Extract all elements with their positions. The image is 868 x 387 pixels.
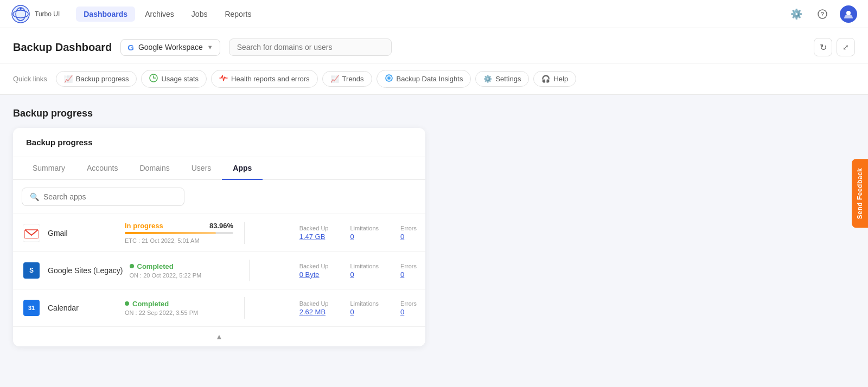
user-avatar[interactable] (840, 5, 857, 23)
backup-progress-card: Backup progress Summary Accounts Domains… (13, 128, 425, 346)
page-header: Backup Dashboard G Google Workspace ▼ ↻ … (0, 28, 868, 63)
apps-search-area: 🔍 (13, 180, 425, 214)
backup-data-insights-icon (385, 74, 393, 84)
svg-point-3 (20, 8, 22, 10)
calendar-date: ON : 22 Sep 2022, 3:55 PM (125, 309, 198, 316)
workspace-selector[interactable]: G Google Workspace ▼ (120, 39, 220, 56)
calendar-backed-up-value[interactable]: 2.62 MB (299, 308, 329, 316)
help-label: Help (553, 75, 568, 83)
calendar-limitations: Limitations 0 (350, 300, 379, 316)
nav-dashboards[interactable]: Dashboards (76, 7, 135, 22)
quick-links-bar: Quick links 📈 Backup progress Usage stat… (0, 63, 868, 95)
tab-users[interactable]: Users (181, 157, 222, 180)
page-title: Backup Dashboard (13, 41, 112, 54)
svg-text:?: ? (821, 11, 824, 17)
domain-search-input[interactable] (229, 38, 392, 56)
calendar-limitations-value[interactable]: 0 (350, 308, 379, 316)
refresh-button[interactable]: ↻ (814, 38, 832, 56)
backup-progress-icon: 📈 (64, 75, 73, 83)
calendar-errors: Errors 0 (400, 300, 417, 316)
help-icon: 🎧 (541, 75, 550, 83)
logo: Turbo UI (11, 4, 60, 24)
calendar-icon: 31 (22, 298, 41, 318)
logo-icon (11, 4, 30, 24)
health-reports-icon (219, 74, 228, 84)
gmail-progress-bar-fill (125, 232, 216, 234)
gmail-percent: 83.96% (209, 222, 233, 230)
card-header: Backup progress (13, 128, 425, 157)
usage-stats-icon (149, 74, 158, 84)
gmail-status-label: In progress (125, 222, 163, 230)
gmail-backed-up: Backed Up 1.47 GB (299, 225, 329, 241)
settings-icon: ⚙️ (483, 75, 492, 83)
google-sites-limitations-value[interactable]: 0 (350, 270, 379, 279)
nav-links: Dashboards Archives Jobs Reports (76, 7, 788, 22)
google-sites-backed-up-value[interactable]: 0 Byte (299, 270, 329, 279)
scroll-down-indicator[interactable]: ▲ (13, 326, 425, 346)
quick-link-help[interactable]: 🎧 Help (533, 71, 576, 87)
gmail-etc: ETC : 21 Oct 2022, 5:01 AM (125, 237, 233, 244)
backup-data-insights-label: Backup Data Insights (397, 75, 463, 83)
google-sites-limitations: Limitations 0 (350, 263, 379, 279)
nav-archives[interactable]: Archives (137, 7, 182, 22)
google-sites-status: Completed ON : 20 Oct 2022, 5:22 PM (130, 262, 238, 279)
backed-up-label: Backed Up (299, 225, 329, 231)
settings-label: Settings (495, 75, 521, 83)
help-button[interactable]: ? (814, 5, 831, 23)
tab-summary[interactable]: Summary (22, 157, 76, 180)
calendar-status: Completed ON : 22 Sep 2022, 3:55 PM (125, 300, 233, 317)
gmail-app-name: Gmail (48, 229, 118, 237)
google-sites-status-label: Completed (137, 262, 174, 270)
google-sites-errors: Errors 0 (400, 263, 417, 279)
header-actions: ↻ ⤢ (814, 38, 855, 56)
quick-link-backup-data-insights[interactable]: Backup Data Insights (376, 70, 471, 88)
card-title: Backup progress (26, 138, 93, 147)
divider (249, 260, 250, 281)
tab-accounts[interactable]: Accounts (76, 157, 129, 180)
nav-right-icons: ⚙️ ? (788, 5, 857, 23)
usage-stats-label: Usage stats (161, 75, 199, 83)
quick-link-usage-stats[interactable]: Usage stats (141, 70, 207, 88)
trends-label: Trends (342, 75, 364, 83)
quick-link-health-reports[interactable]: Health reports and errors (211, 70, 318, 88)
logo-text: Turbo UI (35, 10, 60, 18)
backed-up-label: Backed Up (299, 300, 329, 307)
tab-domains[interactable]: Domains (129, 157, 181, 180)
send-feedback-button[interactable]: Send Feedback (852, 159, 868, 228)
apps-search-input[interactable] (43, 192, 152, 201)
calendar-stats: Backed Up 2.62 MB Limitations 0 Errors 0 (299, 300, 417, 316)
gmail-limitations-value[interactable]: 0 (350, 233, 379, 241)
refresh-icon: ↻ (820, 42, 827, 53)
settings-button[interactable]: ⚙️ (788, 5, 805, 23)
gmail-errors-value[interactable]: 0 (400, 233, 417, 241)
quick-link-backup-progress[interactable]: 📈 Backup progress (56, 71, 137, 87)
gmail-backed-up-value[interactable]: 1.47 GB (299, 233, 329, 241)
quick-link-settings[interactable]: ⚙️ Settings (475, 71, 529, 87)
gmail-stats: Backed Up 1.47 GB Limitations 0 Errors 0 (299, 225, 417, 241)
calendar-errors-value[interactable]: 0 (400, 308, 417, 316)
calendar-name: Calendar (48, 304, 118, 312)
gmail-progress-bar-bg (125, 232, 233, 234)
google-sites-name: Google Sites (Legacy) (48, 266, 123, 275)
google-sites-errors-value[interactable]: 0 (400, 270, 417, 279)
backup-progress-label: Backup progress (76, 75, 129, 83)
apps-search-wrapper: 🔍 (22, 188, 184, 206)
google-logo: G (127, 43, 134, 52)
limitations-label: Limitations (350, 225, 379, 231)
svg-point-10 (388, 78, 390, 79)
gmail-limitations: Limitations 0 (350, 225, 379, 241)
completed-dot (125, 301, 129, 306)
list-item: S Google Sites (Legacy) Completed ON : 2… (13, 251, 425, 289)
quick-link-trends[interactable]: 📈 Trends (322, 71, 372, 87)
chevron-down-icon: ▲ (215, 332, 223, 341)
expand-button[interactable]: ⤢ (837, 38, 855, 56)
errors-label: Errors (400, 225, 417, 231)
search-icon: 🔍 (30, 192, 39, 201)
errors-label: Errors (400, 300, 417, 307)
card-tabs: Summary Accounts Domains Users Apps (13, 157, 425, 180)
tab-apps[interactable]: Apps (222, 157, 263, 180)
nav-jobs[interactable]: Jobs (184, 7, 215, 22)
gmail-status: In progress 83.96% ETC : 21 Oct 2022, 5:… (125, 222, 233, 244)
nav-reports[interactable]: Reports (217, 7, 259, 22)
chevron-down-icon: ▼ (207, 44, 213, 50)
